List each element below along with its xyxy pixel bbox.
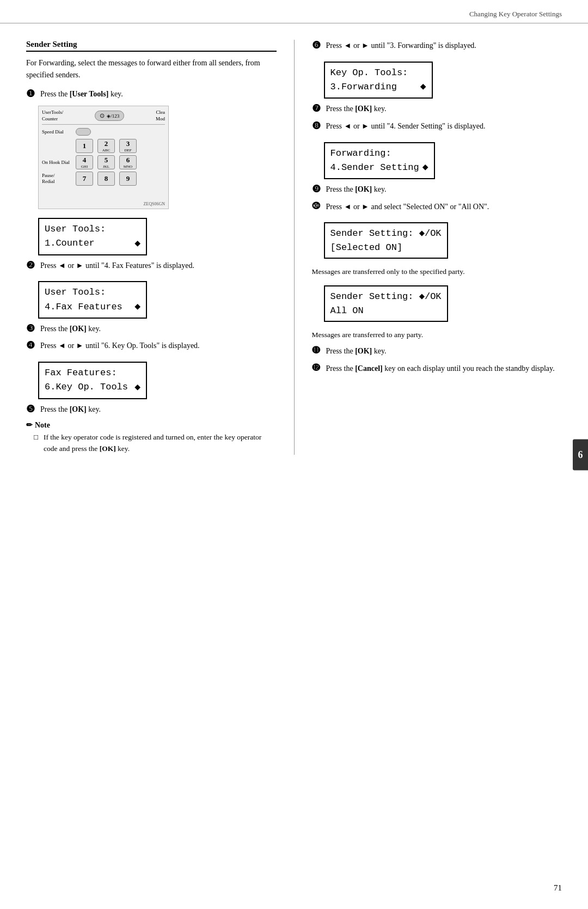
- step-2-num: ❷: [26, 260, 38, 272]
- step-7: ❼ Press the [OK] key.: [312, 103, 562, 115]
- lcd-forwarding-sender: Forwarding: 4.Sender Setting ◆: [324, 142, 435, 180]
- step-4-text: Press ◄ or ► until "6. Key Op. Tools" is…: [40, 340, 277, 352]
- lcd-3-line1: Fax Features:: [45, 366, 140, 380]
- speed-dial-button: [76, 128, 91, 136]
- step-1-text: Press the [User Tools] key.: [40, 88, 277, 100]
- step-5: ❺ Press the [OK] key.: [26, 404, 277, 416]
- lcd-3-line1-text: Fax Features:: [45, 366, 117, 380]
- step-6-text: Press ◄ or ► until "3. Forwarding" is di…: [326, 40, 562, 52]
- speed-dial-label: Speed Dial: [42, 129, 76, 135]
- step-2: ❷ Press ◄ or ► until "4. Fax Features" i…: [26, 260, 277, 272]
- note-title-text: Note: [35, 421, 50, 430]
- key-3: 3DEF: [119, 139, 137, 153]
- lcd-selected-on: Sender Setting: ◆/OK [Selected ON]: [324, 222, 448, 259]
- step-8-text: Press ◄ or ► until "4. Sender Setting" i…: [326, 120, 562, 132]
- note-text: If the key operator code is registered a…: [44, 432, 277, 455]
- step-1-num: ❶: [26, 88, 38, 100]
- lcd-2-line2-text: 4.Fax Features: [45, 300, 122, 314]
- column-divider: [294, 40, 295, 455]
- lcd-sel-line1: Sender Setting: ◆/OK: [330, 227, 442, 241]
- note-bullet: □: [34, 432, 40, 455]
- lcd-keyop-forwarding: Key Op. Tools: 3.Forwarding ◆: [324, 62, 433, 99]
- step-10: ⓾ Press ◄ or ► and select "Selected ON" …: [312, 201, 562, 213]
- step-10-text: Press ◄ or ► and select "Selected ON" or…: [326, 201, 562, 213]
- step-7-num: ❼: [312, 103, 324, 115]
- lcd-sel-line1-text: Sender Setting: ◆/OK: [330, 227, 442, 241]
- step-9: ❾ Press the [OK] key.: [312, 184, 562, 196]
- note-title: ✏ Note: [26, 420, 277, 430]
- lcd-fwd-line2-text: 3.Forwarding: [330, 80, 397, 94]
- step-8: ❽ Press ◄ or ► until "4. Sender Setting"…: [312, 120, 562, 132]
- phone-clear-label: Clea: [156, 109, 165, 116]
- onhook-dial-label: On Hook Dial: [42, 160, 76, 166]
- section-tab: 6: [573, 439, 588, 470]
- lcd-1-line2-text: 1.Counter: [45, 236, 95, 251]
- step-6-num: ❻: [312, 40, 324, 52]
- lcd-allon-line2: All ON: [330, 304, 442, 318]
- phone-image: UserTools/ Counter ⊙ ◈/123 Clea Mod Spee…: [38, 106, 169, 209]
- lcd-sel-line2: [Selected ON]: [330, 241, 442, 255]
- key-6: 6MNO: [119, 155, 137, 169]
- right-column: ❻ Press ◄ or ► until "3. Forwarding" is …: [312, 40, 562, 455]
- step-12-text: Press the [Cancel] key on each display u…: [326, 363, 562, 375]
- step-5-text: Press the [OK] key.: [40, 404, 277, 416]
- key-5: 5JKL: [97, 155, 115, 169]
- step-11-text: Press the [OK] key.: [326, 345, 562, 357]
- lcd-3-line2-text: 6.Key Op. Tools: [45, 380, 128, 394]
- lcd-user-tools-fax: User Tools: 4.Fax Features ◆: [38, 281, 147, 319]
- phone-usertoolscounter-label: UserTools/: [42, 109, 63, 116]
- step-4-num: ❹: [26, 340, 38, 352]
- lcd-1-line1-text: User Tools:: [45, 222, 106, 236]
- lcd-fwd-line1-text: Key Op. Tools:: [330, 66, 408, 80]
- step-8-num: ❽: [312, 120, 324, 132]
- lcd-2-arrow: ◆: [134, 300, 140, 314]
- note-block: ✏ Note □ If the key operator code is reg…: [26, 420, 277, 455]
- phone-mod-label: Mod: [156, 116, 165, 123]
- lcd-3-line2: 6.Key Op. Tools ◆: [45, 380, 140, 395]
- lcd-fwd-line2: 3.Forwarding ◆: [330, 80, 426, 94]
- step-12-num: ⓬: [312, 363, 324, 373]
- step-9-num: ❾: [312, 184, 324, 196]
- lcd-line1: User Tools:: [45, 222, 140, 236]
- image-code: ZEQS06GN: [143, 202, 165, 206]
- lcd-allon-line2-text: All ON: [330, 304, 364, 318]
- key-1: 1: [76, 139, 93, 153]
- lcd-3-arrow: ◆: [134, 380, 140, 395]
- lcd-fwd-line1: Key Op. Tools:: [330, 66, 426, 80]
- lcd-fax-features-keyop: Fax Features: 6.Key Op. Tools ◆: [38, 362, 147, 399]
- step-6: ❻ Press ◄ or ► until "3. Forwarding" is …: [312, 40, 562, 52]
- phone-dial-icon: ⊙: [100, 112, 105, 119]
- msg-selected: Messages are transferred only to the spe…: [312, 266, 562, 278]
- phone-dial-label: ◈/123: [107, 113, 119, 119]
- intro-text: For Forwarding, select the messages to f…: [26, 57, 277, 81]
- lcd-user-tools-counter: User Tools: 1.Counter ◆: [38, 218, 147, 255]
- step-3: ❸ Press the [OK] key.: [26, 323, 277, 335]
- step-3-num: ❸: [26, 323, 38, 335]
- note-body: □ If the key operator code is registered…: [26, 432, 277, 455]
- step-10-num: ⓾: [312, 201, 324, 211]
- step-9-text: Press the [OK] key.: [326, 184, 562, 196]
- lcd-2-line1-text: User Tools:: [45, 285, 106, 300]
- phone-counter-label: Counter: [42, 116, 63, 123]
- key-4: 4GHI: [76, 155, 93, 169]
- step-11: ⓫ Press the [OK] key.: [312, 345, 562, 357]
- lcd-sender-line2-text: 4.Sender Setting: [330, 161, 419, 175]
- page-number: 71: [554, 883, 562, 893]
- step-5-num: ❺: [26, 404, 38, 416]
- lcd-sender-arrow: ◆: [422, 160, 428, 175]
- lcd-2-line2: 4.Fax Features ◆: [45, 300, 140, 314]
- msg-all: Messages are transferred to any party.: [312, 330, 562, 341]
- lcd-2-line1: User Tools:: [45, 285, 140, 300]
- lcd-all-on: Sender Setting: ◆/OK All ON: [324, 285, 448, 322]
- lcd-sender-line1: Forwarding:: [330, 147, 428, 161]
- lcd-sel-line2-text: [Selected ON]: [330, 241, 403, 255]
- key-7: 7: [76, 172, 93, 186]
- left-column: Sender Setting For Forwarding, select th…: [26, 40, 277, 455]
- key-9: 9: [119, 172, 137, 186]
- step-12: ⓬ Press the [Cancel] key on each display…: [312, 363, 562, 375]
- lcd-sender-line2: 4.Sender Setting ◆: [330, 160, 428, 175]
- pause-redial-label: Pause/Redial: [42, 173, 76, 185]
- step-7-text: Press the [OK] key.: [326, 103, 562, 115]
- note-icon: ✏: [26, 420, 33, 430]
- key-8: 8: [97, 172, 115, 186]
